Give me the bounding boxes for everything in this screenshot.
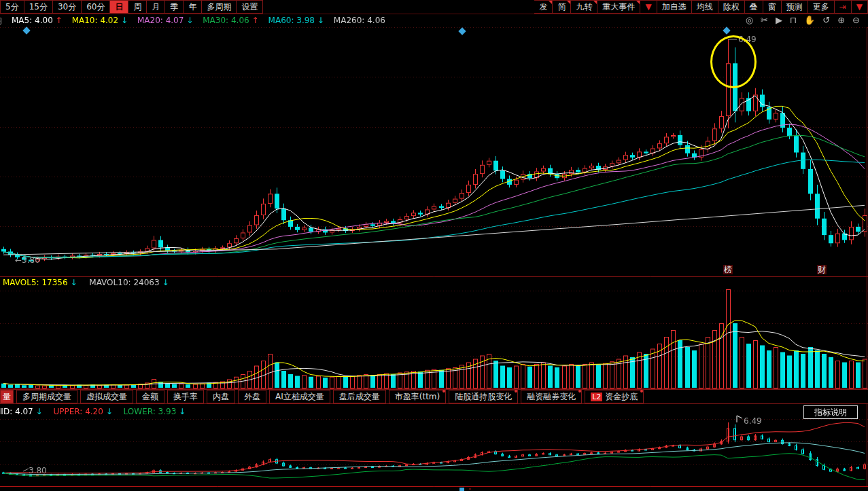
volume-readout-row: MAVOL5: 17356 ↓ MAVOL10: 24063 ↓ (3, 278, 178, 287)
collapse-panel-icon[interactable]: ⇥ (835, 0, 852, 14)
period-multi[interactable]: 多周期 (202, 0, 237, 14)
period-30min[interactable]: 30分 (53, 0, 82, 14)
fa-button[interactable]: 发 (534, 0, 553, 14)
low-price-label: ←3.80 (15, 255, 40, 265)
boll-lower-readout: LOWER: 3.93 ↓ (124, 407, 186, 416)
ma-lines-button[interactable]: 均线 (692, 0, 718, 14)
ma20-readout: MA20: 4.07 ↓ (137, 16, 193, 25)
tab-ai-volume[interactable]: AI立桩成交量 (269, 390, 330, 403)
toolbar-dropdown-icon[interactable]: ▼ (852, 0, 868, 14)
indicator-tabbar: 量 多周期成交量 虚拟成交量 金额 换手率 内盘 外盘 AI立桩成交量 盘后成交… (0, 389, 868, 404)
indicator-help-button[interactable]: 指标说明 (803, 405, 858, 419)
tab-fund-bottom[interactable]: L2资金抄底 (585, 390, 644, 403)
major-events-button[interactable]: 重大事件 (597, 0, 640, 14)
period-toolbar: 5分 15分 30分 60分 日 周 月 季 年 多周期 设置 发 简 九转 重… (0, 0, 868, 14)
major-events-dropdown-icon[interactable]: ▼ (640, 0, 657, 14)
tab-amount[interactable]: 金额 (136, 390, 164, 403)
tab-inner-disc[interactable]: 内盘 (207, 390, 235, 403)
period-quarterly[interactable]: 季 (165, 0, 184, 14)
notification-dot (578, 390, 581, 393)
ex-rights-button[interactable]: 除权 (718, 0, 745, 14)
lock-icon[interactable]: ⊓ (790, 15, 797, 26)
boll-low-label: 3.80 (29, 466, 47, 475)
stock-chart-app: 5分 15分 30分 60分 日 周 月 季 年 多周期 设置 发 简 九转 重… (0, 0, 868, 491)
window-button[interactable]: 窗 (763, 0, 782, 14)
add-watchlist-button[interactable]: 加自选 (657, 0, 692, 14)
ma60-readout: MA60: 3.98 ↓ (268, 16, 324, 25)
hand-icon[interactable]: ✋ (804, 15, 815, 26)
period-monthly[interactable]: 月 (147, 0, 165, 14)
eye-icon[interactable]: ◎ (746, 15, 753, 26)
period-yearly[interactable]: 年 (184, 0, 202, 14)
scrollbar-thumb[interactable] (459, 488, 464, 491)
boll-upper-readout: UPPER: 4.20 ↓ (53, 407, 112, 416)
notification-dot (640, 390, 643, 393)
tab-pe-ttm[interactable]: 市盈率(ttm) (389, 390, 446, 403)
scissors-icon[interactable]: ✂ (761, 15, 768, 26)
tab-virtual-volume[interactable]: 虚拟成交量 (80, 390, 133, 403)
mavol10-readout: MAVOL10: 24063 ↓ (89, 278, 169, 287)
ma-readout-row: 均 MA5: 4.00 ↑ MA10: 4.02 ↓ MA20: 4.07 ↓ … (0, 14, 868, 27)
tab-after-hours-volume[interactable]: 盘后成交量 (333, 390, 386, 403)
notification-dot (515, 390, 517, 393)
period-daily[interactable]: 日 (110, 0, 128, 14)
undo-icon[interactable]: ↺ (822, 15, 830, 26)
period-weekly[interactable]: 周 (128, 0, 147, 14)
tab-multi-period-volume[interactable]: 多周期成交量 (16, 390, 77, 403)
tab-northbound-holdings[interactable]: 陆股通持股变化 (449, 390, 518, 403)
play-icon[interactable]: ▶ (776, 15, 782, 26)
boll-peak-label: 6.49 (744, 416, 762, 426)
tab-margin-trading[interactable]: 融资融券变化 (521, 390, 582, 403)
l2-badge: L2 (591, 393, 602, 401)
event-marker-cai[interactable]: 财 (817, 265, 827, 274)
settings-button[interactable]: 设置 (237, 0, 263, 14)
tab-outer-disc[interactable]: 外盘 (238, 390, 266, 403)
view-icons-row: ◎ ✂ ▶ ⊓ ✋ ↺ ⊕ ⊖ (746, 15, 860, 26)
zoom-out-icon[interactable]: ⊖ (852, 15, 860, 26)
ma30-readout: MA30: 4.06 ↑ (203, 16, 258, 25)
boll-readout-row: MID: 4.07 ↓ UPPER: 4.20 ↓ LOWER: 3.93 ↓ (0, 407, 194, 416)
period-15min[interactable]: 15分 (24, 0, 53, 14)
ma5-readout: MA5: 4.00 ↑ (12, 16, 63, 25)
ma260-readout: MA260: 4.06 (334, 16, 385, 25)
zoom-in-icon[interactable]: ⊕ (837, 15, 845, 26)
nine-turn-button[interactable]: 九转 (571, 0, 597, 14)
more-button[interactable]: 更多 (808, 0, 835, 14)
ma10-readout: MA10: 4.02 ↓ (72, 16, 128, 25)
jian-button[interactable]: 简 (553, 0, 571, 14)
tab-volume-partial[interactable]: 量 (0, 390, 14, 403)
highlight-circle-annotation (710, 35, 757, 88)
event-marker-bang[interactable]: 榜 (723, 265, 733, 274)
forecast-button[interactable]: 预测 (782, 0, 808, 14)
ma-prefix: 均 (0, 15, 2, 26)
tab-turnover[interactable]: 换手率 (167, 390, 204, 403)
overlay-button[interactable]: 叠 (745, 0, 763, 14)
period-5min[interactable]: 5分 (0, 0, 24, 14)
notification-dot (442, 390, 445, 393)
period-60min[interactable]: 60分 (82, 0, 110, 14)
boll-mid-readout: MID: 4.07 ↓ (0, 407, 43, 416)
mavol5-readout: MAVOL5: 17356 ↓ (3, 278, 77, 287)
